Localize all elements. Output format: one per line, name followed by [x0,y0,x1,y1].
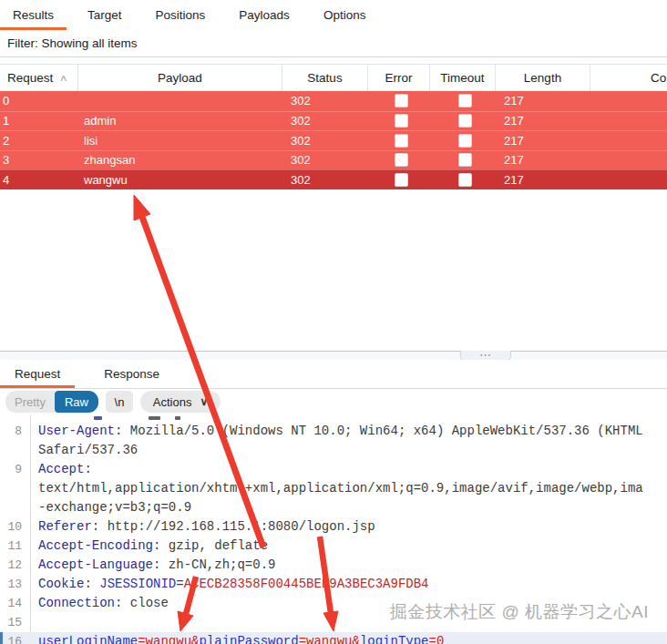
table-row-request-0[interactable]: 0302217 [0,91,667,111]
cell-error [368,153,430,167]
table-row-request-4[interactable]: 4wangwu302217 [0,169,667,189]
chevron-down-icon: ∨ [200,395,208,408]
column-header-request[interactable]: Request∧ [0,65,78,91]
actions-button[interactable]: Actions ∨ [140,391,221,413]
timeout-checkbox[interactable] [458,114,472,128]
line-text: text/html,application/xhtml+xml,applicat… [38,479,667,498]
cell-length: 217 [496,134,590,148]
cell-timeout [430,153,496,167]
cell-request: 2 [0,134,78,148]
error-checkbox[interactable] [395,153,408,167]
tab-options[interactable]: Options [311,0,379,30]
column-header-label: Co [651,71,666,85]
error-checkbox[interactable] [395,173,408,187]
line-text: Safari/537.36 [38,441,667,460]
timeout-checkbox[interactable] [458,94,472,107]
burp-intruder-results-window: ResultsTargetPositionsPayloadsOptions Fi… [0,0,667,644]
line-text: Referer: http://192.168.115.1:8080/logon… [38,517,667,537]
table-row-request-3[interactable]: 3zhangsan302217 [0,150,667,170]
column-header-error[interactable]: Error [368,65,430,91]
timeout-checkbox[interactable] [458,134,472,148]
cell-length: 217 [496,173,590,187]
cell-payload: wangwu [78,173,282,187]
message-tab-bar: RequestResponse [0,360,667,389]
timeout-checkbox[interactable] [458,153,472,167]
table-row-request-2[interactable]: 2lisi302217 [0,130,667,150]
cell-request: 3 [0,153,78,167]
cell-error [368,94,430,107]
error-checkbox[interactable] [395,114,408,128]
column-header-payload[interactable]: Payload [78,65,282,91]
results-table: Request∧PayloadStatusErrorTimeoutLengthC… [0,64,667,189]
line-number: 14 [0,594,22,613]
column-header-status[interactable]: Status [282,65,368,91]
line-number: 15 [0,613,22,632]
tab-payloads[interactable]: Payloads [226,0,303,30]
intruder-tab-bar: ResultsTargetPositionsPayloadsOptions [0,0,667,31]
pretty-button[interactable]: Pretty [5,391,55,413]
line-text: Accept: [38,460,667,479]
cell-timeout [430,114,496,128]
column-header-label: Error [385,71,413,85]
cell-request: 1 [0,114,78,128]
actions-label: Actions [153,395,192,409]
line-number: 8 [0,422,22,441]
cell-error [368,114,430,128]
results-table-header: Request∧PayloadStatusErrorTimeoutLengthC… [0,65,667,91]
line-number [0,498,22,517]
cell-error [368,134,430,148]
tab-positions[interactable]: Positions [143,0,219,30]
cell-payload: admin [78,114,282,128]
error-checkbox[interactable] [395,134,408,148]
cell-status: 302 [282,114,368,128]
message-toolbar: Pretty Raw \n Actions ∨ [0,389,667,414]
newline-toggle-button[interactable]: \n [106,391,133,413]
editor-line-wrap: -exchange;v=b3;q=0.9 [0,498,667,517]
cell-length: 217 [496,153,590,167]
cell-payload: lisi [78,134,282,148]
line-number: 16 [0,632,22,644]
cell-status: 302 [282,153,368,167]
line-text: userLoginName=wangwu&plainPassword=wangw… [38,632,667,644]
line-number: 11 [0,537,22,556]
column-header-label: Status [307,71,342,85]
column-header-timeout[interactable]: Timeout [430,65,496,91]
line-number: 13 [0,575,22,594]
column-header-label: Length [524,71,561,85]
editor-line-wrap: text/html,application/xhtml+xml,applicat… [0,479,667,498]
clipped-text-fragment [175,416,180,420]
tab-results[interactable]: Results [0,0,67,30]
results-table-body: 03022171admin3022172lisi3022173zhangsan3… [0,91,667,189]
column-header-length[interactable]: Length [496,65,590,91]
cell-timeout [430,94,496,107]
filter-bar[interactable]: Filter: Showing all items [0,30,667,57]
error-checkbox[interactable] [395,94,408,107]
raw-button[interactable]: Raw [55,391,98,413]
editor-line-9: 9Accept: [0,460,667,479]
line-number: 10 [0,517,22,537]
cell-timeout [430,134,496,148]
line-number [0,441,22,460]
timeout-checkbox[interactable] [458,173,472,187]
table-row-request-1[interactable]: 1admin302217 [0,111,667,131]
column-header-comment[interactable]: Co [590,65,667,91]
tab-response[interactable]: Response [89,360,174,388]
line-number: 12 [0,556,22,575]
tab-target[interactable]: Target [75,0,135,30]
cell-timeout [430,173,496,187]
splitter-grip-icon: ⋯ [479,353,492,358]
column-header-label: Request [7,71,53,85]
line-text: -exchange;v=b3;q=0.9 [38,498,667,517]
line-number: 9 [0,460,22,479]
editor-line-16: 16userLoginName=wangwu&plainPassword=wan… [0,632,667,644]
cell-request: 0 [0,94,78,107]
sort-ascending-icon: ∧ [59,73,68,83]
cell-status: 302 [282,173,368,187]
line-text: Cookie: JSESSIONID=ACECB28358F00445BEB9A… [38,575,667,594]
column-header-label: Timeout [440,71,484,85]
line-text: Accept-Encoding: gzip, deflate [38,537,667,556]
editor-line-10: 10Referer: http://192.168.115.1:8080/log… [0,517,667,537]
tab-request[interactable]: Request [0,360,75,388]
cell-status: 302 [282,134,368,148]
line-number [0,479,22,498]
